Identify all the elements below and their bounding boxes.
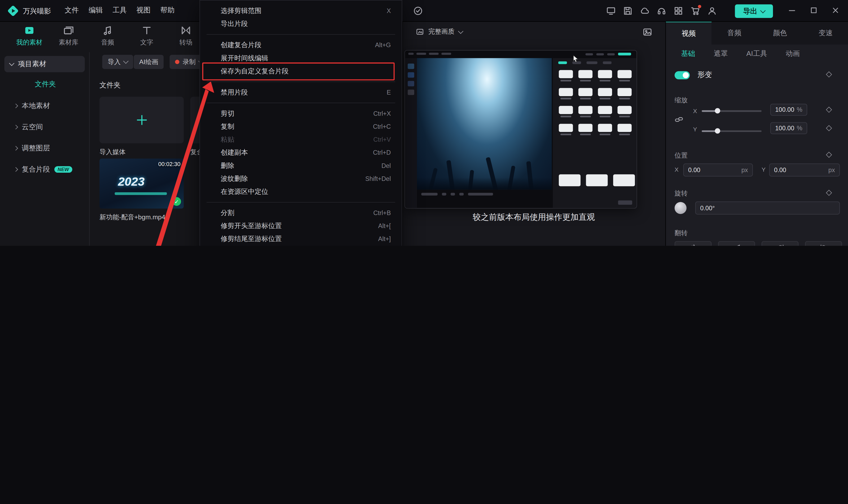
menu-item-copy[interactable]: 复制Ctrl+C: [200, 120, 402, 133]
cart-icon[interactable]: [690, 6, 700, 16]
menu-item-select-clip-range[interactable]: 选择剪辑范围X: [200, 4, 402, 17]
pos-x-value[interactable]: 0.00px: [683, 163, 753, 176]
apps-grid-icon[interactable]: [674, 6, 683, 16]
menu-item-create-compound-clip[interactable]: 创建复合片段Alt+G: [200, 39, 402, 52]
scale-y-knob[interactable]: [715, 128, 721, 134]
subtab-basic[interactable]: 基础: [681, 49, 695, 59]
scale-y-slider[interactable]: [702, 130, 762, 132]
scale-y-keyframe-icon[interactable]: [826, 125, 832, 131]
scale-y-value[interactable]: 100.00%: [770, 122, 807, 134]
tab-transition[interactable]: 转场: [170, 25, 202, 47]
media-sidebar: 项目素材 文件夹 本地素材 云空间 调整图层 复合片段NEW: [0, 52, 90, 246]
chevron-right-icon: [14, 146, 18, 150]
new-badge: NEW: [54, 166, 72, 173]
video-name: 新功能-配音+bgm.mp4: [99, 213, 165, 222]
maximize-icon[interactable]: [810, 6, 817, 14]
menu-item-duplicate[interactable]: 创建副本Ctrl+D: [200, 146, 402, 159]
transform-toggle[interactable]: [675, 71, 690, 79]
menu-item-ripple-delete[interactable]: 波纹删除Shift+Del: [200, 172, 402, 185]
menu-item-paste: 粘贴Ctrl+V: [200, 133, 402, 146]
scale-x-keyframe-icon[interactable]: [826, 107, 832, 113]
rotate-value[interactable]: 0.00°: [695, 201, 840, 215]
scale-x-value[interactable]: 100.00%: [770, 104, 807, 116]
menu-item-export-clip[interactable]: 导出片段: [200, 17, 402, 31]
menu-item-trim-start-to-playhead[interactable]: 修剪开头至游标位置Alt+[: [200, 219, 402, 232]
rotate-ccw-button[interactable]: [762, 241, 798, 246]
menubar-file[interactable]: 文件: [60, 3, 84, 17]
rotate-cw-button[interactable]: [805, 241, 842, 246]
subtab-mask[interactable]: 遮罩: [714, 49, 728, 59]
save-icon[interactable]: [623, 6, 633, 16]
menu-item-cut[interactable]: 剪切Ctrl+X: [200, 107, 402, 120]
import-chevron: [123, 58, 128, 64]
import-media-label: 导入媒体: [99, 148, 125, 157]
transform-title: 形变: [697, 70, 712, 80]
sync-check-icon[interactable]: [413, 6, 423, 16]
transform-keyframe-icon[interactable]: [826, 71, 832, 77]
menubar-edit[interactable]: 编辑: [84, 3, 108, 17]
menu-item-trim-end-to-playhead[interactable]: 修剪结尾至游标位置Alt+]: [200, 233, 402, 246]
pos-y-value[interactable]: 0.00px: [769, 163, 840, 176]
tab-speed[interactable]: 变速: [803, 22, 848, 44]
preview-quality-dropdown[interactable]: 完整画质: [416, 27, 463, 37]
menubar-view[interactable]: 视图: [132, 3, 155, 17]
minimize-icon[interactable]: [788, 6, 796, 14]
sidebar-item-cloud-space[interactable]: 云空间: [14, 122, 43, 132]
app-window: 万兴喵影 文件 编辑 工具 视图 帮助 导出: [0, 0, 848, 246]
sidebar-item-compound-clip[interactable]: 复合片段NEW: [14, 164, 72, 174]
snapshot-image-icon[interactable]: [643, 27, 652, 37]
media-section-title: 文件夹: [99, 80, 121, 90]
sidebar-item-local-media[interactable]: 本地素材: [14, 101, 50, 111]
menu-item-reveal-in-media[interactable]: 在资源区中定位: [200, 185, 402, 198]
export-button[interactable]: 导出: [735, 4, 773, 18]
scale-y-label: Y: [693, 126, 697, 133]
tab-audio[interactable]: 音频: [91, 25, 124, 47]
scale-link-icon[interactable]: [675, 115, 683, 124]
position-keyframe-icon[interactable]: [826, 152, 832, 158]
mini-video: [417, 58, 552, 190]
rotate-knob[interactable]: [675, 202, 687, 214]
rotate-keyframe-icon[interactable]: [826, 190, 832, 196]
display-cast-icon[interactable]: [606, 6, 616, 16]
account-icon[interactable]: [707, 6, 717, 16]
menu-item-split[interactable]: 分割Ctrl+B: [200, 206, 402, 219]
video-thumbnail[interactable]: 2023 00:02:30 ✓: [99, 159, 184, 209]
position-label: 位置: [675, 151, 688, 160]
flip-vertical-button[interactable]: [718, 241, 755, 246]
chevron-right-icon: [14, 104, 18, 108]
tutorial-screenshot: [404, 50, 637, 209]
tab-my-media[interactable]: 我的素材: [13, 25, 46, 47]
tab-color[interactable]: 颜色: [757, 22, 803, 44]
clip-context-menu: 选择剪辑范围X 导出片段 创建复合片段Alt+G 展开时间线编辑 保存为自定义复…: [200, 0, 402, 246]
sidebar-item-adjustment-layer[interactable]: 调整图层: [14, 143, 50, 153]
titlebar: 万兴喵影 文件 编辑 工具 视图 帮助 导出: [0, 0, 848, 22]
menu-item-rotate-90-cw[interactable]: 顺时针旋转90度Ctrl+Alt+Right: [200, 246, 402, 246]
tab-stock-library[interactable]: 素材库: [52, 25, 85, 47]
tab-video[interactable]: 视频: [666, 21, 711, 45]
menu-item-delete[interactable]: 删除Del: [200, 159, 402, 172]
menu-item-disable-clip[interactable]: 禁用片段E: [200, 86, 402, 99]
import-media-tile[interactable]: [99, 97, 184, 143]
menubar-help[interactable]: 帮助: [155, 3, 179, 17]
subtab-ai-tools[interactable]: AI工具: [746, 49, 767, 59]
cloud-upload-icon[interactable]: [640, 6, 650, 16]
tab-audio-props[interactable]: 音频: [711, 22, 757, 44]
scale-x-label: X: [693, 108, 697, 114]
export-dropdown-chevron[interactable]: [760, 8, 765, 13]
support-headset-icon[interactable]: [657, 6, 667, 16]
library-icon: [63, 25, 74, 36]
import-button[interactable]: 导入: [102, 55, 133, 69]
tab-text[interactable]: 文字: [131, 25, 163, 47]
ai-paint-button[interactable]: AI绘画: [134, 55, 163, 69]
quality-chevron: [458, 28, 463, 34]
sidebar-project-header[interactable]: 项目素材: [4, 56, 85, 72]
sidebar-item-folder[interactable]: 文件夹: [35, 79, 56, 89]
scale-x-knob[interactable]: [715, 108, 721, 114]
transition-icon: [180, 25, 191, 36]
pos-y-label: Y: [762, 166, 765, 173]
close-icon[interactable]: [832, 6, 839, 14]
menubar-tools[interactable]: 工具: [108, 3, 132, 17]
subtab-animation[interactable]: 动画: [786, 49, 800, 59]
scale-x-slider[interactable]: [702, 110, 762, 112]
flip-horizontal-button[interactable]: [675, 241, 711, 246]
